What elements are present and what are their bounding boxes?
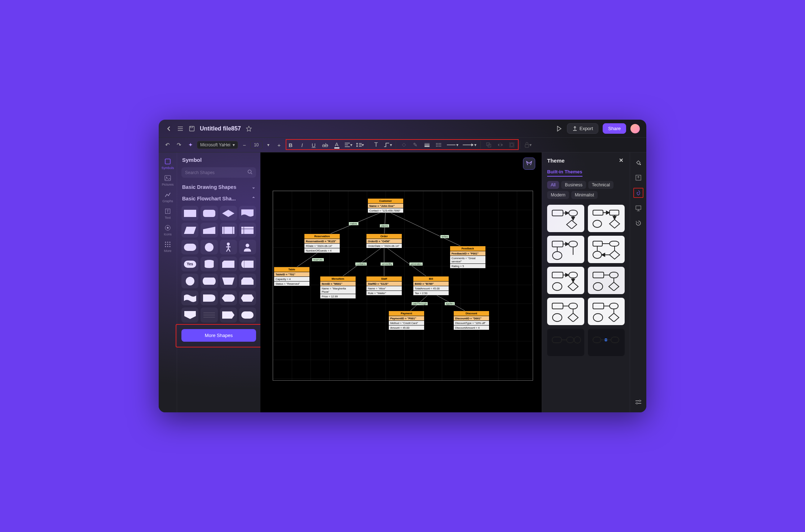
- format-painter-icon[interactable]: ✦: [185, 140, 195, 150]
- line-dash-icon[interactable]: [434, 140, 444, 150]
- font-color-icon[interactable]: A: [332, 140, 342, 150]
- tab-builtin-themes[interactable]: Built-in Themes: [547, 169, 582, 177]
- entity-order[interactable]: OrderOrderID = "O456"OrderDate = "2024-0…: [366, 234, 402, 248]
- shape-database[interactable]: [201, 257, 217, 271]
- rail-pictures[interactable]: Pictures: [159, 172, 176, 188]
- save-icon[interactable]: [188, 125, 195, 132]
- rail-icons[interactable]: Icons: [159, 222, 176, 238]
- theme-card[interactable]: [547, 267, 584, 294]
- font-size-value[interactable]: 10: [250, 141, 263, 149]
- entity-discount[interactable]: DiscountDiscountID = "D001"DiscountType …: [453, 311, 489, 330]
- line-end-icon[interactable]: ▾: [461, 140, 478, 150]
- strike-icon[interactable]: ab: [320, 140, 330, 150]
- font-size-dropdown[interactable]: ▾: [263, 140, 273, 150]
- entity-payment[interactable]: PaymentPaymentID = "P001"Method = "Credi…: [388, 311, 425, 330]
- export-button[interactable]: Export: [567, 123, 599, 134]
- shape-direct-data[interactable]: [201, 274, 217, 288]
- theme-card[interactable]: [547, 329, 584, 356]
- shape-connector[interactable]: [201, 240, 217, 254]
- canvas-area[interactable]: CustomerName = "John Doe"Contact = "123-…: [260, 152, 542, 412]
- chip-technical[interactable]: Technical: [588, 181, 613, 189]
- shape-loop-limit[interactable]: [239, 274, 256, 288]
- theme-card[interactable]: [588, 267, 625, 294]
- shape-rounded[interactable]: [201, 206, 217, 221]
- redo-icon[interactable]: ↷: [174, 140, 184, 150]
- avatar[interactable]: [630, 124, 640, 133]
- line-weight-icon[interactable]: [422, 140, 432, 150]
- search-input[interactable]: [185, 170, 247, 175]
- theme-card[interactable]: [547, 236, 584, 263]
- play-icon[interactable]: [555, 125, 563, 132]
- line-start-icon[interactable]: ▾: [445, 140, 459, 150]
- shape-display[interactable]: [220, 291, 237, 305]
- font-select[interactable]: Microsoft YaHei▾: [197, 141, 238, 149]
- theme-card[interactable]: [588, 205, 625, 232]
- category-basic-drawing[interactable]: Basic Drawing Shapes⌄: [177, 181, 260, 193]
- shape-delay[interactable]: [201, 291, 217, 305]
- shape-process[interactable]: [181, 206, 198, 221]
- export-panel-icon[interactable]: [633, 173, 643, 183]
- shape-document[interactable]: [239, 206, 256, 221]
- font-size-minus[interactable]: −: [239, 140, 250, 150]
- shape-actor[interactable]: [220, 240, 237, 254]
- entity-table[interactable]: TableTableID = "T01"Capacity = 4Status =…: [274, 267, 310, 286]
- shape-data[interactable]: [181, 223, 198, 238]
- chip-minimalist[interactable]: Minimalist: [571, 191, 598, 199]
- align-icon[interactable]: ▾: [343, 140, 353, 150]
- group-icon[interactable]: [507, 140, 517, 150]
- theme-card[interactable]: [588, 236, 625, 263]
- chip-business[interactable]: Business: [561, 181, 586, 189]
- layer-icon[interactable]: [484, 140, 494, 150]
- shape-circle[interactable]: [181, 274, 198, 288]
- fill-panel-icon[interactable]: [633, 158, 643, 168]
- theme-card[interactable]: [547, 298, 584, 325]
- shape-user[interactable]: [239, 240, 256, 254]
- back-icon[interactable]: [165, 125, 172, 132]
- shape-tape[interactable]: [181, 291, 198, 305]
- shape-tag[interactable]: [220, 307, 237, 322]
- share-button[interactable]: Share: [603, 123, 626, 134]
- entity-feedback[interactable]: FeedbackFeedbackID = "F001"Comments = "G…: [450, 246, 486, 269]
- shape-stored-data[interactable]: [239, 257, 256, 271]
- shape-preparation[interactable]: [239, 291, 256, 305]
- shape-yes[interactable]: Yes: [181, 257, 198, 271]
- close-icon[interactable]: ✕: [617, 157, 625, 164]
- bold-icon[interactable]: B: [286, 140, 296, 150]
- category-basic-flowchart[interactable]: Basic Flowchart Sha...⌃: [177, 193, 260, 204]
- shape-terminator2[interactable]: [239, 307, 256, 322]
- search-shapes[interactable]: [181, 167, 256, 178]
- settings-icon[interactable]: [633, 397, 643, 407]
- undo-icon[interactable]: ↶: [162, 140, 172, 150]
- entity-bill[interactable]: BillBillID = "B789"TotalAmount = 45.00Ta…: [413, 276, 449, 296]
- lock-icon[interactable]: ▾: [523, 140, 533, 150]
- history-icon[interactable]: [633, 218, 643, 228]
- text-tool-icon[interactable]: T: [371, 140, 381, 150]
- fill-icon[interactable]: [399, 140, 409, 150]
- presentation-icon[interactable]: [633, 203, 643, 213]
- more-shapes-button[interactable]: More Shapes: [181, 329, 256, 342]
- theme-card[interactable]: [588, 329, 625, 356]
- entity-reservation[interactable]: ReservationReservationID = "R123"RDate =…: [304, 234, 340, 253]
- shape-subprocess[interactable]: [220, 223, 237, 238]
- entity-staff[interactable]: StaffStaffID = "S123"Name = "Alice"Role …: [366, 276, 402, 296]
- shape-offpage[interactable]: [181, 307, 198, 322]
- rail-symbols[interactable]: Symbols: [159, 155, 176, 171]
- pencil-icon[interactable]: ✎: [410, 140, 421, 150]
- chip-modern[interactable]: Modern: [547, 191, 569, 199]
- shape-manual-input[interactable]: [201, 223, 217, 238]
- rail-more[interactable]: More: [159, 238, 176, 254]
- entity-customer[interactable]: CustomerName = "John Doe"Contact = "123-…: [368, 198, 404, 213]
- shape-manual-op[interactable]: [220, 274, 237, 288]
- shape-internal-storage[interactable]: [239, 223, 256, 238]
- font-size-plus[interactable]: +: [274, 140, 284, 150]
- rail-text[interactable]: TText: [159, 205, 176, 221]
- italic-icon[interactable]: I: [297, 140, 307, 150]
- connector-icon[interactable]: ▾: [383, 140, 393, 150]
- underline-icon[interactable]: U: [309, 140, 319, 150]
- ai-badge[interactable]: [523, 158, 535, 170]
- line-height-icon[interactable]: ▾: [355, 140, 365, 150]
- entity-menuitem[interactable]: MenuItemItemID = "M001"Name = "Margherit…: [320, 276, 356, 299]
- rail-graphs[interactable]: Graphs: [159, 189, 176, 204]
- star-icon[interactable]: [245, 125, 252, 132]
- shape-decision[interactable]: [220, 206, 237, 221]
